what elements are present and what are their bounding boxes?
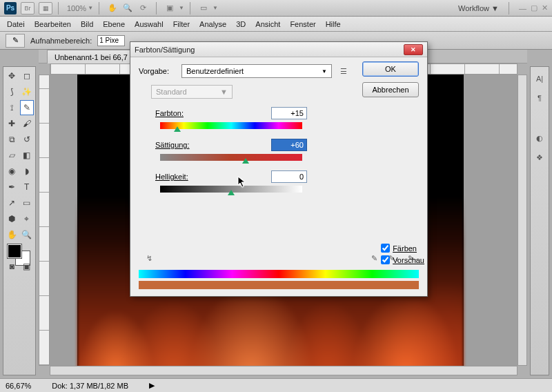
- shape-tool[interactable]: ▭: [20, 195, 34, 210]
- 3d-tool[interactable]: ⬢: [5, 211, 19, 226]
- layers-panel-icon[interactable]: ❖: [533, 151, 546, 164]
- zoom-tool[interactable]: 🔍: [20, 227, 34, 242]
- hue-saturation-dialog: Farbton/Sättigung ✕ Vorgabe: Benutzerdef…: [130, 41, 428, 297]
- menu-bar: Datei Bearbeiten Bild Ebene Auswahl Filt…: [0, 17, 552, 32]
- channel-select[interactable]: Standard▼: [151, 85, 233, 99]
- heal-tool[interactable]: ✚: [5, 116, 19, 131]
- slider-thumb[interactable]: [174, 126, 181, 132]
- stamp-tool[interactable]: ⧉: [5, 132, 19, 147]
- scrollbar-vertical[interactable]: [518, 75, 527, 366]
- menu-bearbeiten[interactable]: Bearbeiten: [34, 20, 71, 28]
- status-bar: 66,67% Dok: 1,37 MB/1,82 MB ▶: [0, 378, 552, 392]
- marquee-tool[interactable]: ◻: [20, 68, 34, 84]
- slider-thumb[interactable]: [228, 190, 235, 195]
- dialog-close-button[interactable]: ✕: [404, 44, 423, 55]
- workspace-switcher[interactable]: Workflow ▼: [458, 4, 499, 12]
- arrange-icon[interactable]: ▣: [164, 3, 175, 14]
- menu-fenster[interactable]: Fenster: [290, 20, 315, 28]
- tool-preset-icon[interactable]: ✎: [6, 34, 25, 48]
- menu-auswahl[interactable]: Auswahl: [135, 20, 164, 28]
- saturation-label: Sättigung:: [155, 141, 190, 149]
- menu-3d[interactable]: 3D: [236, 20, 246, 28]
- zoom-icon[interactable]: 🔍: [122, 3, 133, 14]
- lasso-tool[interactable]: ⟆: [5, 84, 19, 99]
- menu-ebene[interactable]: Ebene: [103, 20, 125, 28]
- gradient-tool[interactable]: ◧: [20, 148, 34, 163]
- slider-thumb[interactable]: [242, 158, 249, 164]
- hue-input[interactable]: [271, 107, 307, 119]
- status-zoom[interactable]: 66,67%: [6, 382, 31, 390]
- 3d-cam-tool[interactable]: ⌖: [20, 211, 34, 226]
- screenmode-tool[interactable]: ▣: [20, 259, 34, 274]
- status-arrow-icon[interactable]: ▶: [149, 381, 155, 390]
- saturation-slider-group: Sättigung:: [155, 139, 307, 161]
- menu-hilfe[interactable]: Hilfe: [326, 20, 341, 28]
- blur-tool[interactable]: ◉: [5, 164, 19, 179]
- document-tab[interactable]: Unbenannt-1 bei 66,7: [47, 50, 135, 63]
- preset-select[interactable]: Benutzerdefiniert▼: [181, 64, 332, 78]
- menu-ansicht[interactable]: Ansicht: [255, 20, 280, 28]
- sample-size-input[interactable]: [97, 35, 125, 46]
- adjustments-panel-icon[interactable]: ◐: [533, 132, 546, 144]
- hand-icon[interactable]: ✋: [107, 3, 118, 14]
- saturation-input[interactable]: [271, 139, 307, 151]
- lightness-slider-group: Helligkeit:: [155, 170, 307, 193]
- menu-filter[interactable]: Filter: [173, 20, 190, 28]
- dodge-tool[interactable]: ◗: [20, 164, 34, 179]
- minimize-button[interactable]: —: [519, 4, 526, 12]
- toolbox: ✥ ◻ ⟆ ✨ ⟟ ✎ ✚ 🖌 ⧉ ↺ ▱ ◧ ◉ ◗ ✒ T ↗ ▭ ⬢ ⌖ …: [3, 66, 36, 375]
- spectrum-strip-top: [139, 270, 419, 278]
- hue-slider-group: Farbton:: [155, 107, 307, 129]
- preset-menu-button[interactable]: ☰: [337, 65, 350, 77]
- rotate-icon[interactable]: ⟳: [137, 3, 148, 14]
- quickmask-tool[interactable]: ◙: [5, 259, 19, 274]
- menu-bild[interactable]: Bild: [81, 20, 93, 28]
- ruler-vertical[interactable]: [39, 75, 50, 366]
- hue-label: Farbton:: [155, 109, 184, 117]
- foreground-color[interactable]: [8, 244, 21, 258]
- spectrum-strip-bottom: [139, 281, 419, 289]
- type-panel-icon[interactable]: A|: [533, 72, 546, 85]
- lightness-input[interactable]: [271, 170, 307, 183]
- cancel-button[interactable]: Abbrechen: [362, 82, 419, 97]
- chevron-down-icon: ▼: [322, 68, 327, 75]
- menu-analyse[interactable]: Analyse: [199, 20, 226, 28]
- paragraph-panel-icon[interactable]: ¶: [533, 92, 546, 104]
- minibridge-button[interactable]: ▦: [39, 2, 52, 14]
- crop-tool[interactable]: ⟟: [5, 100, 19, 115]
- close-button[interactable]: ✕: [542, 3, 548, 12]
- dialog-titlebar[interactable]: Farbton/Sättigung ✕: [130, 42, 427, 57]
- path-tool[interactable]: ↗: [5, 195, 19, 210]
- scrollbar-horizontal[interactable]: [50, 366, 518, 375]
- app-icon: Ps: [4, 2, 17, 14]
- wand-tool[interactable]: ✨: [20, 84, 34, 99]
- zoom-level[interactable]: 100%: [67, 4, 86, 12]
- preview-checkbox[interactable]: Vorschau: [381, 255, 424, 264]
- eraser-tool[interactable]: ▱: [5, 148, 19, 163]
- ok-button[interactable]: OK: [362, 61, 419, 77]
- hue-slider[interactable]: [160, 122, 302, 129]
- eyedropper-tool[interactable]: ✎: [20, 100, 34, 115]
- eyedropper-icon[interactable]: ✎: [368, 252, 380, 264]
- dialog-title: Farbton/Sättigung: [135, 46, 404, 54]
- hand-tool[interactable]: ✋: [5, 227, 19, 242]
- menu-datei[interactable]: Datei: [7, 20, 25, 28]
- range-tool-icon[interactable]: ↯: [143, 252, 155, 264]
- bridge-button[interactable]: Br: [21, 2, 34, 14]
- chevron-down-icon[interactable]: ▼: [88, 5, 93, 11]
- move-tool[interactable]: ✥: [5, 68, 19, 84]
- history-tool[interactable]: ↺: [20, 132, 34, 147]
- type-tool[interactable]: T: [20, 179, 34, 195]
- maximize-button[interactable]: ▢: [531, 3, 538, 12]
- app-titlebar: Ps Br ▦ 100% ▼ ✋ 🔍 ⟳ ▣▼ ▭▼ Workflow ▼ — …: [0, 0, 552, 17]
- preset-label: Vorgabe:: [139, 67, 176, 75]
- brush-tool[interactable]: 🖌: [20, 116, 34, 131]
- lightness-slider[interactable]: [160, 186, 302, 193]
- pen-tool[interactable]: ✒: [5, 179, 19, 195]
- sample-size-label: Aufnahmebereich:: [30, 37, 92, 45]
- saturation-slider[interactable]: [160, 154, 302, 161]
- status-docinfo[interactable]: Dok: 1,37 MB/1,82 MB: [52, 382, 128, 390]
- screenmode-icon[interactable]: ▭: [198, 3, 209, 14]
- colorize-checkbox[interactable]: Färben: [381, 244, 424, 253]
- right-panel: A| ¶ ◐ ❖: [530, 66, 549, 375]
